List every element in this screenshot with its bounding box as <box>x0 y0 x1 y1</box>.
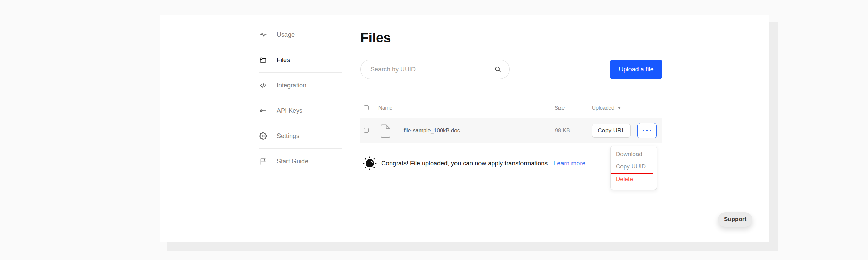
sidebar-item-files[interactable]: Files <box>259 47 342 73</box>
gear-icon <box>259 132 267 140</box>
sidebar-item-label: Usage <box>277 31 295 38</box>
column-header-uploaded[interactable]: Uploaded <box>592 105 621 111</box>
folder-icon <box>259 56 267 64</box>
sidebar-item-usage[interactable]: Usage <box>259 22 342 47</box>
sidebar-item-label: Integration <box>277 82 306 89</box>
menu-item-download[interactable]: Download <box>611 148 657 161</box>
search-box <box>360 60 510 79</box>
sidebar-item-start-guide[interactable]: Start Guide <box>259 149 342 174</box>
key-icon <box>259 107 267 114</box>
copy-uuid-annotation-underline <box>611 173 653 174</box>
sort-caret-icon <box>618 107 621 109</box>
activity-icon <box>259 31 267 38</box>
congrats-text: Congrats! File uploaded, you can now app… <box>381 160 549 167</box>
table-header: Name Size Uploaded <box>360 98 662 118</box>
file-icon <box>379 124 391 138</box>
row-checkbox[interactable] <box>364 128 369 133</box>
dashboard-card: Usage Files Integration API Keys <box>160 15 769 242</box>
upload-file-button[interactable]: Upload a file <box>610 60 662 79</box>
row-actions-menu: Download Copy UUID Delete <box>610 146 657 190</box>
select-all-checkbox[interactable] <box>364 105 369 110</box>
code-icon <box>259 81 267 89</box>
column-header-name[interactable]: Name <box>378 105 392 111</box>
sidebar-item-label: Start Guide <box>277 158 308 165</box>
sidebar-item-api-keys[interactable]: API Keys <box>259 98 342 123</box>
more-actions-button[interactable] <box>637 123 657 138</box>
congrats-banner: Congrats! File uploaded, you can now app… <box>362 156 585 171</box>
page-title: Files <box>360 31 391 45</box>
support-button[interactable]: Support <box>718 212 752 227</box>
flag-icon <box>259 158 267 165</box>
firework-icon <box>362 156 377 171</box>
column-header-size[interactable]: Size <box>554 105 565 111</box>
sidebar-item-integration[interactable]: Integration <box>259 73 342 98</box>
learn-more-link[interactable]: Learn more <box>553 160 585 167</box>
table-row[interactable]: file-sample_100kB.doc 98 KB Copy URL <box>360 118 662 143</box>
sidebar-item-settings[interactable]: Settings <box>259 123 342 149</box>
search-input[interactable] <box>370 66 494 73</box>
file-size: 98 KB <box>555 128 570 134</box>
menu-item-copy-uuid[interactable]: Copy UUID <box>611 161 657 173</box>
ellipsis-icon <box>643 130 645 132</box>
sidebar-item-label: API Keys <box>277 107 302 114</box>
copy-url-button[interactable]: Copy URL <box>592 124 631 138</box>
menu-item-delete[interactable]: Delete <box>611 173 657 185</box>
sidebar-item-label: Files <box>277 57 290 64</box>
file-name: file-sample_100kB.doc <box>404 128 460 134</box>
search-icon[interactable] <box>494 66 502 73</box>
page: Usage Files Integration API Keys <box>0 0 868 260</box>
sidebar: Usage Files Integration API Keys <box>259 22 342 174</box>
sidebar-item-label: Settings <box>277 132 299 140</box>
